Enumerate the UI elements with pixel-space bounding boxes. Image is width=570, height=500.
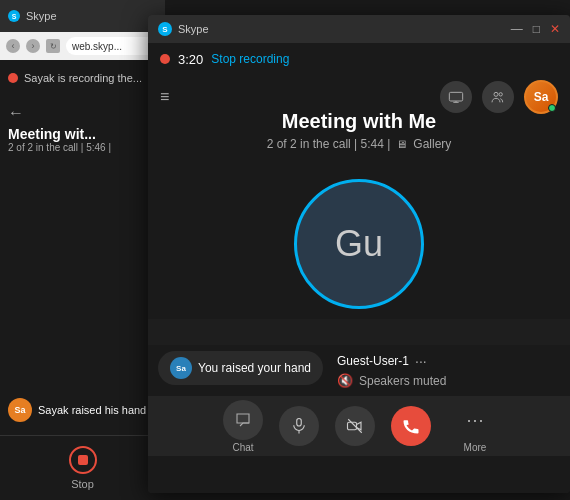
main-title-text: Skype — [178, 23, 209, 35]
skype-favicon: S — [8, 10, 20, 22]
avatar-initials: Sa — [534, 90, 549, 104]
mute-btn[interactable] — [279, 406, 319, 446]
bg-sayak-avatar: Sa — [8, 398, 32, 422]
hamburger-menu-btn[interactable]: ≡ — [160, 88, 169, 106]
rec-indicator-dot — [160, 54, 170, 64]
more-dots-icon: ⋯ — [455, 400, 495, 440]
call-video-area: Meeting with Me 2 of 2 in the call | 5:4… — [148, 119, 570, 319]
stop-recording-btn[interactable]: Stop recording — [211, 52, 289, 66]
call-controls-bar: Chat — [148, 396, 570, 456]
participant-initials: Gu — [335, 223, 383, 265]
browser-tab-label: Skype — [26, 10, 57, 22]
call-meeting-subtitle: 2 of 2 in the call | 5:44 | 🖥 Gallery — [267, 137, 452, 151]
recording-bar: 3:20 Stop recording — [148, 43, 570, 75]
minimize-btn[interactable]: — — [511, 22, 523, 36]
browser-nav-bar: ‹ › ↻ web.skyp... — [0, 32, 165, 60]
bg-recording-dot — [8, 73, 18, 83]
stop-label: Stop — [71, 478, 94, 490]
microphone-icon — [290, 417, 308, 435]
guest-info-panel: Guest-User-1 ··· 🔇 Speakers muted — [333, 351, 450, 390]
mic-icon-circle — [279, 406, 319, 446]
more-btn[interactable]: ⋯ More — [455, 400, 495, 453]
background-window: S Skype ‹ › ↻ web.skyp... Sayak is recor… — [0, 0, 165, 500]
title-bar-controls: — □ ✕ — [511, 22, 560, 36]
url-bar[interactable]: web.skyp... — [66, 37, 159, 55]
hand-raised-text: You raised your hand — [198, 361, 311, 375]
svg-rect-0 — [449, 92, 462, 101]
call-header-right: Sa — [440, 80, 558, 114]
participants-btn[interactable] — [482, 81, 514, 113]
user-avatar-sa[interactable]: Sa — [524, 80, 558, 114]
screen-share-icon — [448, 89, 464, 105]
participant-avatar-circle: Gu — [294, 179, 424, 309]
main-skype-window: S Skype — □ ✕ 3:20 Stop recording ≡ — [148, 15, 570, 493]
speaker-muted-text: Speakers muted — [359, 374, 446, 388]
chat-label: Chat — [232, 442, 253, 453]
call-bottom-area: Sa You raised your hand Guest-User-1 ···… — [148, 345, 570, 493]
chat-icon — [234, 411, 252, 429]
video-icon-circle — [335, 406, 375, 446]
title-bar-left: S Skype — [158, 22, 209, 36]
guest-name-row: Guest-User-1 ··· — [337, 353, 446, 369]
refresh-nav-btn[interactable]: ↻ — [46, 39, 60, 53]
svg-line-8 — [348, 419, 362, 433]
end-call-icon — [401, 416, 421, 436]
bg-recording-text: Sayak is recording the... — [24, 72, 142, 84]
svg-rect-5 — [297, 419, 302, 427]
call-meeting-title: Meeting with Me — [282, 110, 436, 133]
forward-nav-btn[interactable]: › — [26, 39, 40, 53]
bg-hand-notification: Sa Sayak raised his hand — [0, 392, 165, 428]
maximize-btn[interactable]: □ — [533, 22, 540, 36]
bg-chat-header: ← Meeting wit... 2 of 2 in the call | 5:… — [0, 96, 165, 161]
chat-icon-circle — [223, 400, 263, 440]
bg-back-arrow[interactable]: ← — [8, 104, 157, 122]
people-icon — [490, 89, 506, 105]
participants-count-text: 2 of 2 in the call | 5:44 | — [267, 137, 391, 151]
more-label: More — [464, 442, 487, 453]
svg-point-3 — [494, 92, 498, 96]
video-off-icon — [346, 417, 364, 435]
hand-notification-avatar: Sa — [170, 357, 192, 379]
recording-time: 3:20 — [178, 52, 203, 67]
close-btn[interactable]: ✕ — [550, 22, 560, 36]
guest-name: Guest-User-1 — [337, 354, 409, 368]
video-btn[interactable] — [335, 406, 375, 446]
end-call-btn[interactable] — [391, 406, 431, 446]
chat-btn[interactable]: Chat — [223, 400, 263, 453]
back-nav-btn[interactable]: ‹ — [6, 39, 20, 53]
end-call-icon-circle — [391, 406, 431, 446]
stop-recording-btn[interactable] — [69, 446, 97, 474]
browser-tab-bar: S Skype — [0, 0, 165, 32]
speaker-muted-icon: 🔇 — [337, 373, 353, 388]
gallery-label: Gallery — [413, 137, 451, 151]
gallery-icon: 🖥 — [396, 138, 407, 150]
screen-share-btn[interactable] — [440, 81, 472, 113]
hand-raised-notification: Sa You raised your hand — [158, 351, 323, 385]
bg-meeting-title: Meeting wit... — [8, 126, 157, 142]
stop-icon — [78, 455, 88, 465]
bg-stop-bar: Stop — [0, 435, 165, 500]
url-text: web.skyp... — [72, 41, 122, 52]
main-skype-icon: S — [158, 22, 172, 36]
bg-skype-header: Sayak is recording the... — [0, 60, 165, 96]
bg-hand-raised-text: Sayak raised his hand — [38, 404, 146, 416]
notifications-area: Sa You raised your hand Guest-User-1 ···… — [148, 345, 570, 396]
svg-point-4 — [499, 93, 502, 96]
bg-meeting-subtitle: 2 of 2 in the call | 5:46 | — [8, 142, 157, 153]
main-title-bar: S Skype — □ ✕ — [148, 15, 570, 43]
guest-menu-btn[interactable]: ··· — [415, 353, 427, 369]
online-status-dot — [548, 104, 556, 112]
speaker-muted-row: 🔇 Speakers muted — [337, 373, 446, 388]
